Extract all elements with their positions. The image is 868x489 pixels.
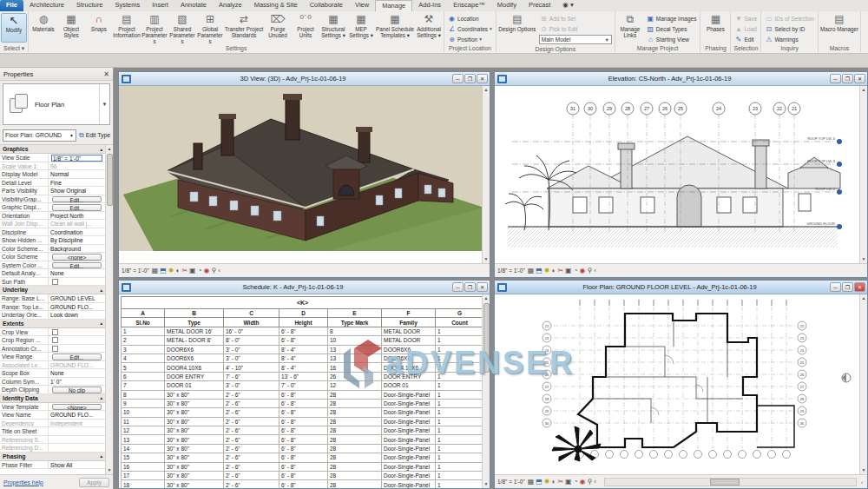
- table-cell[interactable]: 4' - 10": [224, 363, 279, 372]
- table-cell[interactable]: 13: [122, 435, 165, 444]
- table-cell[interactable]: 13' - 6": [279, 372, 328, 380]
- section-extents[interactable]: Extents▴: [0, 320, 105, 328]
- property-value[interactable]: Background: [49, 245, 105, 253]
- scroll-up-icon[interactable]: ▲: [862, 294, 866, 302]
- table-cell[interactable]: 28: [328, 399, 382, 407]
- column-header-height[interactable]: Height: [279, 318, 328, 327]
- scroll-up-icon[interactable]: ▲: [484, 294, 489, 302]
- table-row[interactable]: 1730" x 80"2' - 6"6' - 8"28Door-Single-P…: [122, 472, 483, 480]
- table-cell[interactable]: 8' - 0": [224, 336, 279, 345]
- table-cell[interactable]: Door-Single-Panel: [382, 435, 436, 444]
- scroll-down-icon[interactable]: ▼: [108, 466, 112, 474]
- table-cell[interactable]: Door-Single-Panel: [382, 408, 436, 417]
- table-cell[interactable]: 3' - 0": [224, 345, 279, 354]
- ribbon-button-design-options[interactable]: ▤Design Options: [497, 12, 537, 43]
- property-value[interactable]: 1' 0": [49, 378, 105, 386]
- instance-combo[interactable]: Floor Plan: GROUND ▼: [3, 129, 76, 142]
- table-cell[interactable]: 2' - 6": [224, 417, 279, 426]
- table-cell[interactable]: DOOR6X6: [382, 345, 436, 354]
- table-cell[interactable]: 12: [328, 381, 382, 390]
- table-cell[interactable]: 13: [328, 354, 382, 362]
- table-row[interactable]: 830" x 80"2' - 6"6' - 8"28Door-Single-Pa…: [122, 390, 483, 399]
- table-cell[interactable]: 30" x 80": [165, 435, 224, 444]
- table-cell[interactable]: Door-Single-Panel: [382, 453, 436, 462]
- table-row[interactable]: 5DOOR4.10X64' - 10"8' - 4"16DOOR4.10X61: [122, 363, 483, 372]
- shadows-icon[interactable]: ◐: [176, 267, 181, 275]
- ribbon-button-shared-parameters[interactable]: ▧Shared Parameters: [168, 12, 196, 43]
- ribbon-button-phases[interactable]: ▦Phases: [701, 12, 729, 43]
- edit-button[interactable]: Edit...: [52, 204, 102, 211]
- tab-item[interactable]: ◉ ▾: [556, 0, 579, 11]
- visual-style-icon[interactable]: ⬒: [160, 267, 167, 275]
- floor-plan-vertical-scrollbar[interactable]: ▲ ▼: [859, 294, 867, 474]
- column-header-sl-no[interactable]: Sl.No: [122, 318, 165, 327]
- properties-help-link[interactable]: Properties help: [3, 479, 43, 486]
- scrollbar-thumb[interactable]: [710, 479, 740, 486]
- table-cell[interactable]: DOOR ENTRY: [165, 372, 224, 380]
- view-scale-button[interactable]: 1/8" = 1'-0": [497, 268, 525, 274]
- checkbox[interactable]: [52, 337, 58, 343]
- property-value[interactable]: [49, 436, 105, 444]
- value-input[interactable]: 1/8" = 1'-0": [51, 155, 102, 162]
- table-cell[interactable]: 30" x 80": [165, 399, 224, 407]
- detail-level-icon[interactable]: ▦: [528, 478, 535, 486]
- table-row[interactable]: 1230" x 80"2' - 6"6' - 8"28Door-Single-P…: [122, 426, 483, 435]
- pin-icon[interactable]: ▴: [100, 147, 102, 152]
- table-cell[interactable]: METAL DOOR: [382, 336, 436, 345]
- ribbon-button-position[interactable]: ⊕Position▾: [445, 34, 495, 44]
- sun-path-icon[interactable]: ✹: [544, 478, 550, 486]
- table-cell[interactable]: 2' - 6": [224, 444, 279, 453]
- table-cell[interactable]: 2: [122, 336, 165, 345]
- tab-enscape[interactable]: Enscape™: [447, 0, 491, 11]
- table-cell[interactable]: 18: [122, 480, 165, 488]
- table-row[interactable]: 1830" x 80"2' - 6"6' - 8"28Door-Single-P…: [122, 480, 483, 488]
- table-cell[interactable]: DOOR 01: [382, 381, 436, 390]
- none-button[interactable]: <None>: [52, 404, 102, 411]
- table-row[interactable]: 4DOOR6X63' - 0"8' - 4"13DOOR6X61: [122, 354, 483, 362]
- close-button[interactable]: ✕: [854, 74, 865, 83]
- table-cell[interactable]: Door-Single-Panel: [382, 426, 436, 435]
- table-cell[interactable]: 8: [328, 327, 382, 335]
- table-cell[interactable]: 14: [122, 444, 165, 453]
- floor-plan-canvas[interactable]: 222223232424252526262727282829293030: [495, 294, 859, 474]
- property-value[interactable]: Show Original: [49, 187, 105, 195]
- property-value[interactable]: Independent: [49, 420, 105, 427]
- temporary-hide-icon[interactable]: ◔: [574, 267, 578, 275]
- property-value[interactable]: None: [49, 269, 105, 277]
- view-scale-button[interactable]: 1/8" = 1'-0": [122, 268, 149, 274]
- crop-view-icon[interactable]: ✂: [557, 267, 563, 275]
- table-cell[interactable]: 1: [436, 336, 483, 345]
- table-cell[interactable]: 3' - 0": [224, 354, 279, 362]
- tab-massing-site[interactable]: Massing & Site: [248, 0, 304, 11]
- property-value[interactable]: GROUND LEVEL: [49, 294, 105, 302]
- type-selector[interactable]: Floor Plan ▼: [3, 83, 110, 125]
- ribbon-button-manage-links[interactable]: ⧉Manage Links: [616, 12, 644, 43]
- table-cell[interactable]: 28: [328, 462, 382, 471]
- scroll-up-icon[interactable]: ▲: [108, 145, 112, 153]
- scroll-up-icon[interactable]: ▲: [484, 86, 489, 94]
- ribbon-button-snaps[interactable]: ∩Snaps: [85, 12, 113, 43]
- table-cell[interactable]: 28: [328, 444, 382, 453]
- sun-path-icon[interactable]: ✹: [544, 267, 550, 275]
- table-cell[interactable]: 2' - 6": [224, 408, 279, 417]
- table-cell[interactable]: 16: [122, 462, 165, 471]
- ribbon-button-additional-settings[interactable]: ⚒Additional Settings ▾: [415, 12, 443, 43]
- table-cell[interactable]: 1: [436, 417, 483, 426]
- table-cell[interactable]: 28: [328, 408, 382, 417]
- table-cell[interactable]: 28: [328, 417, 382, 426]
- ribbon-button-object-styles[interactable]: ▦Object Styles: [57, 12, 85, 43]
- table-row[interactable]: 7DOOR 013' - 0"7' - 0"12DOOR 011: [122, 381, 483, 390]
- property-value[interactable]: Show All: [49, 461, 105, 469]
- table-cell[interactable]: 2' - 6": [224, 399, 279, 407]
- column-letter-c[interactable]: C: [224, 309, 279, 318]
- constraints-icon[interactable]: ⚲: [587, 267, 592, 275]
- table-cell[interactable]: 3' - 0": [224, 381, 279, 390]
- close-button[interactable]: ✕: [854, 282, 865, 292]
- restore-button[interactable]: ❐: [842, 74, 853, 83]
- table-cell[interactable]: DOOR4.10X6: [382, 363, 436, 372]
- reveal-hidden-icon[interactable]: ◉: [579, 478, 585, 486]
- property-value[interactable]: Fine: [49, 179, 105, 187]
- table-cell[interactable]: 1: [436, 472, 483, 480]
- table-cell[interactable]: DOOR6X6: [382, 354, 436, 362]
- table-cell[interactable]: 6' - 8": [279, 453, 328, 462]
